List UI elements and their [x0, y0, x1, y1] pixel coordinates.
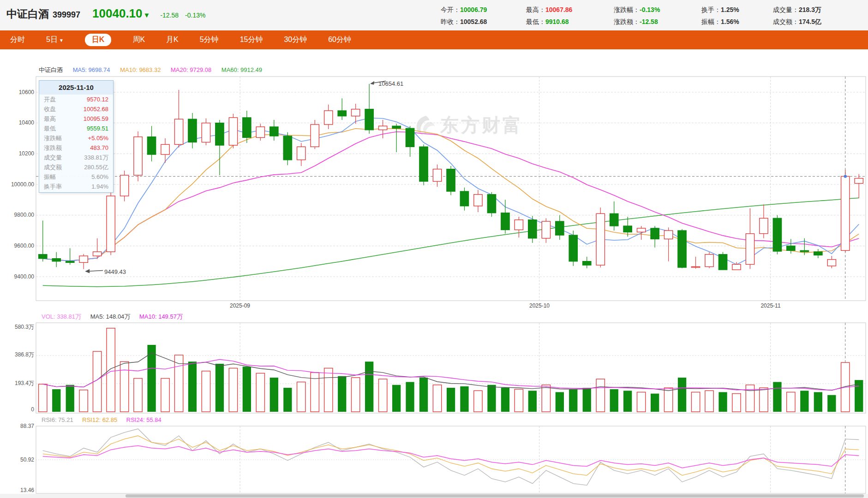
legend-rsi6: RSI6: 75.21: [42, 416, 73, 423]
legend-ma10: MA10: 9683.32: [120, 66, 161, 73]
tooltip-high: 10095.59: [84, 114, 108, 124]
legend-vol-ma5: MA5: 148.04万: [90, 313, 131, 320]
legend-ma5: MA5: 9698.74: [73, 66, 110, 73]
stock-chart-page: 中证白酒 399997 10040.10 ▼ -12.58 -0.13% 今开：…: [0, 0, 868, 498]
volume-legend: VOL: 338.81万 MA5: 148.04万 MA10: 149.57万: [42, 313, 190, 321]
tooltip-amount: 280.55亿: [84, 162, 108, 172]
legend-rsi24: RSI24: 55.84: [126, 416, 162, 423]
rsi-legend: RSI6: 75.21 RSI12: 62.85 RSI24: 55.84: [42, 416, 169, 423]
ohlc-tooltip: 2025-11-10 开盘9570.12 收盘10052.68 最高10095.…: [39, 80, 114, 193]
tooltip-chg-amt: 483.70: [90, 143, 108, 153]
kline-chart-canvas[interactable]: [0, 0, 868, 498]
legend-vol-ma10: MA10: 149.57万: [139, 313, 183, 320]
main-chart-legend: 中证白酒 MA5: 9698.74 MA10: 9683.32 MA20: 97…: [39, 66, 270, 74]
tooltip-volume: 338.81万: [84, 153, 108, 162]
tooltip-date: 2025-11-10: [39, 81, 113, 95]
tooltip-close: 10052.68: [84, 104, 108, 114]
legend-vol: VOL: 338.81万: [42, 313, 81, 320]
legend-ma60: MA60: 9912.49: [221, 66, 262, 73]
legend-rsi12: RSI12: 62.85: [82, 416, 117, 423]
legend-ma20: MA20: 9729.08: [171, 66, 211, 73]
tooltip-low: 9559.51: [87, 124, 108, 133]
tooltip-chg-pct: +5.05%: [88, 133, 108, 143]
tooltip-turnover: 1.94%: [91, 182, 108, 191]
tooltip-open: 9570.12: [87, 95, 108, 104]
tooltip-amplitude: 5.60%: [91, 172, 108, 182]
legend-title: 中证白酒: [39, 66, 63, 73]
